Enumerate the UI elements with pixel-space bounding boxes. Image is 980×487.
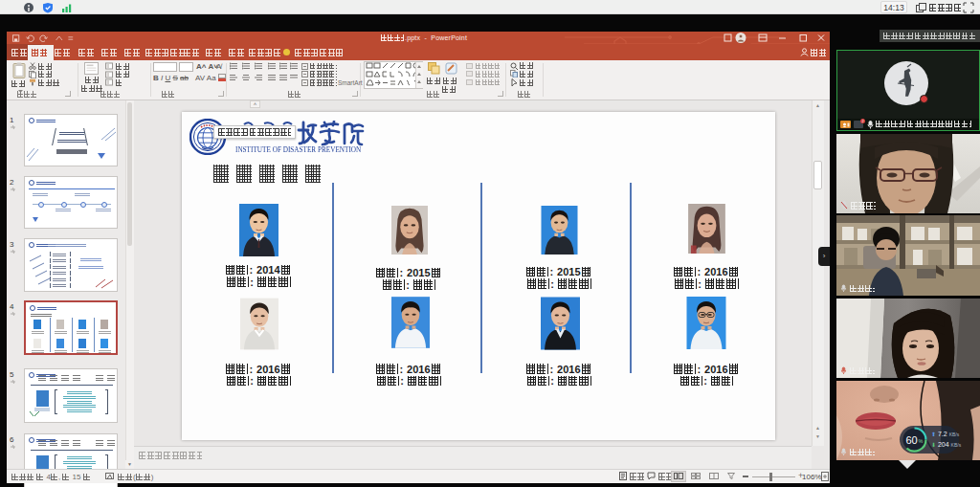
svg-text:%: % xyxy=(919,438,924,444)
svg-text:60: 60 xyxy=(906,434,918,446)
